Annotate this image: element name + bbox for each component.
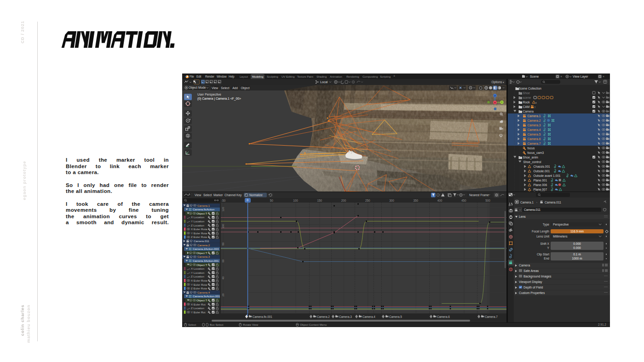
svg-text:40: 40: [221, 276, 224, 279]
svg-text:60: 60: [221, 259, 224, 262]
svg-text:Y Location: Y Location: [191, 271, 205, 274]
svg-text:Camera.2: Camera.2: [527, 119, 540, 122]
svg-text:!: !: [443, 194, 443, 197]
svg-text:CAM: CAM: [523, 105, 529, 108]
svg-text:Rotate View: Rotate View: [243, 323, 259, 326]
svg-text:Plane.006: Plane.006: [533, 183, 547, 187]
svg-text:Camera.4: Camera.4: [362, 315, 375, 318]
svg-text:X Euler Rota: X Euler Rota: [191, 227, 207, 231]
svg-text:View: View: [195, 193, 201, 197]
svg-text:Channel: Channel: [224, 193, 236, 197]
svg-text:Camera.fixAction.001: Camera.fixAction.001: [193, 294, 220, 298]
svg-text:Camera.011: Camera.011: [194, 239, 209, 243]
svg-text:View Layer: View Layer: [573, 75, 588, 79]
svg-text:Select: Select: [203, 193, 212, 197]
svg-text:Z Location: Z Location: [191, 306, 204, 310]
svg-text:X Euler Rot: X Euler Rot: [191, 303, 206, 306]
svg-text:400: 400: [437, 198, 443, 202]
svg-text:Y Euler Rota: Y Euler Rota: [191, 232, 207, 235]
svg-text:Camera.2: Camera.2: [197, 243, 210, 247]
svg-text:Marker: Marker: [213, 193, 223, 197]
svg-text:Camera.3: Camera.3: [197, 255, 210, 258]
svg-text:Y: Y: [501, 101, 503, 103]
svg-text:Camera.fix.001: Camera.fix.001: [253, 315, 272, 318]
svg-text:Camera.2: Camera.2: [317, 315, 330, 318]
svg-text:Z: Z: [494, 95, 496, 97]
svg-text:Camera.3Action.001: Camera.3Action.001: [193, 259, 219, 262]
svg-text:500: 500: [485, 198, 490, 202]
svg-text:Camera.7: Camera.7: [527, 142, 540, 145]
svg-text:Camera.1: Camera.1: [520, 201, 534, 204]
svg-text:Scene: Scene: [530, 75, 539, 78]
svg-text:focus: focus: [527, 147, 535, 150]
svg-text:Z Euler Rota: Z Euler Rota: [191, 235, 207, 238]
svg-text:Camera.7: Camera.7: [485, 315, 498, 318]
svg-text:Object T: Object T: [196, 251, 207, 255]
svg-text:50: 50: [270, 198, 274, 202]
svg-text:200: 200: [341, 198, 346, 202]
svg-text:250: 250: [365, 198, 370, 202]
svg-text:Camera.4: Camera.4: [527, 128, 540, 131]
svg-text:Normalize: Normalize: [249, 193, 263, 197]
svg-text:Camera.4: Camera.4: [197, 291, 210, 294]
svg-text:350: 350: [414, 198, 419, 202]
svg-text:×: ×: [560, 75, 562, 78]
svg-text:Nearest Frame: Nearest Frame: [469, 193, 489, 197]
svg-text:scene: scene: [523, 96, 531, 99]
svg-text:Plane.001: Plane.001: [533, 179, 547, 182]
svg-text:Object T: Object T: [196, 212, 207, 215]
svg-text:Camera.6: Camera.6: [527, 137, 540, 141]
svg-text:20: 20: [221, 293, 224, 296]
svg-text:Chassis.001: Chassis.001: [533, 165, 550, 168]
svg-text:Select: Select: [188, 323, 196, 326]
svg-text:Key: Key: [236, 193, 242, 197]
svg-text:Z Location: Z Location: [191, 275, 204, 278]
svg-text:Camera.fixAction: Camera.fixAction: [193, 208, 215, 211]
svg-text:80: 80: [221, 242, 224, 245]
svg-text:Z Location: Z Location: [191, 224, 204, 227]
svg-text:450: 450: [461, 198, 466, 202]
svg-text:Camera.5: Camera.5: [389, 315, 402, 318]
svg-text:Object Mode: Object Mode: [189, 86, 206, 90]
svg-text:Camera: Camera: [523, 110, 534, 113]
svg-text:Object T: Object T: [196, 263, 207, 266]
svg-text:Camera.6: Camera.6: [437, 315, 450, 318]
svg-text:×: ×: [603, 75, 604, 78]
svg-text:Camera.1: Camera.1: [527, 114, 540, 118]
svg-text:100: 100: [221, 224, 224, 229]
svg-text:100: 100: [293, 198, 298, 202]
svg-text:Camera.3: Camera.3: [339, 315, 352, 318]
svg-text:Y Location: Y Location: [191, 220, 205, 223]
svg-text:Outsole.001: Outsole.001: [533, 170, 550, 173]
svg-text:X Location: X Location: [191, 267, 205, 270]
svg-text:150: 150: [317, 198, 322, 202]
svg-text:300: 300: [389, 198, 394, 202]
svg-text:-50: -50: [221, 198, 226, 202]
svg-text:Shoe: Shoe: [523, 91, 530, 95]
svg-text:Local: Local: [320, 80, 328, 84]
svg-text:Box Select: Box Select: [210, 323, 224, 326]
svg-text:Y Euler Rota: Y Euler Rota: [191, 283, 207, 286]
svg-text:Camera.5: Camera.5: [527, 133, 540, 136]
svg-text:Object Context Menu: Object Context Menu: [300, 323, 327, 326]
svg-text:Shoe_anim: Shoe_anim: [523, 156, 538, 159]
svg-text:Object T: Object T: [196, 299, 207, 302]
svg-text:Camera.1: Camera.1: [197, 204, 210, 207]
svg-text:X: X: [494, 102, 496, 104]
svg-text:Rock: Rock: [523, 101, 530, 104]
svg-text:Camera.3: Camera.3: [527, 124, 540, 127]
svg-text:Camera.011: Camera.011: [545, 201, 561, 204]
svg-text:Outsole avant 1.001: Outsole avant 1.001: [533, 174, 560, 177]
svg-text:Scene Collection: Scene Collection: [518, 87, 541, 90]
svg-text:120: 120: [221, 207, 224, 212]
svg-text:Camera.2Action.003: Camera.2Action.003: [193, 247, 219, 250]
svg-text:X Euler Rota: X Euler Rota: [191, 279, 207, 282]
svg-text:X Location: X Location: [191, 215, 205, 219]
svg-text:Z Euler Rota: Z Euler Rota: [191, 287, 207, 290]
svg-text:focus_cam3: focus_cam3: [527, 151, 544, 155]
svg-text:Shoe_control: Shoe_control: [523, 160, 541, 164]
svg-text:›: ›: [536, 201, 537, 204]
